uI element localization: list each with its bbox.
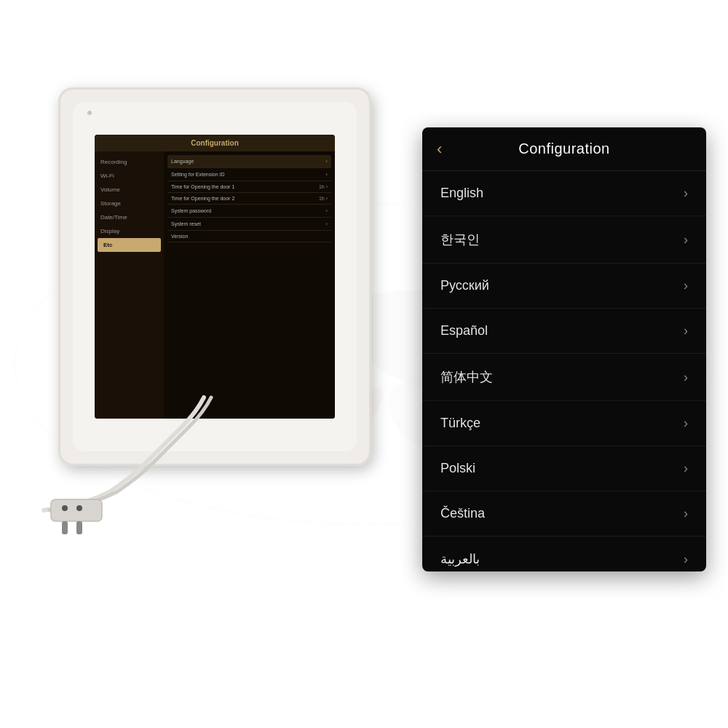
lang-name-spanish: Español (440, 323, 488, 339)
lang-item-russian[interactable]: Русский › (422, 264, 706, 309)
lang-item-english[interactable]: English › (422, 171, 706, 216)
svg-point-5 (76, 505, 82, 511)
sidebar-recording: Recording (95, 155, 164, 169)
chevron-turkish: › (684, 416, 688, 431)
lang-item-polish[interactable]: Polski › (422, 446, 706, 491)
device-container: Configuration Recording Wi-Fi Volume Sto… (22, 87, 400, 582)
sidebar-etc: Etc (98, 238, 161, 252)
config-panel: ‹ Configuration English › 한국인 › Русский … (422, 127, 706, 571)
lang-item-arabic[interactable]: بالعربية › (422, 537, 706, 571)
svg-rect-2 (62, 521, 68, 534)
sidebar-datetime: Date/Time (95, 210, 164, 224)
power-cable (36, 390, 255, 536)
back-button[interactable]: ‹ (437, 140, 442, 159)
screen-main: Language › Setting for Extension ID › Ti… (164, 151, 335, 419)
cable-container (36, 390, 255, 539)
chevron-russian: › (684, 278, 688, 293)
screen-item-password: System password › (167, 205, 331, 218)
screen-header: Configuration (95, 135, 335, 151)
chevron-spanish: › (684, 323, 688, 339)
lang-name-chinese: 简体中文 (440, 368, 493, 386)
chevron-english: › (684, 186, 688, 201)
lang-item-korean[interactable]: 한국인 › (422, 216, 706, 264)
sidebar-display: Display (95, 224, 164, 238)
chevron-chinese: › (684, 370, 688, 385)
svg-rect-3 (76, 521, 82, 534)
lang-name-turkish: Türkçe (440, 416, 480, 431)
lang-name-polish: Polski (440, 461, 475, 476)
svg-rect-1 (51, 499, 102, 521)
lang-item-czech[interactable]: Čeština › (422, 491, 706, 537)
lang-item-spanish[interactable]: Español › (422, 309, 706, 354)
screen-item-extension: Setting for Extension ID › (167, 168, 331, 181)
screen-item-reset: System reset › (167, 218, 331, 231)
lang-name-czech: Čeština (440, 506, 485, 521)
lang-name-russian: Русский (440, 278, 489, 293)
svg-point-4 (62, 505, 68, 511)
screen-item-door2: Time for Opening the door 2 1h › (167, 193, 331, 205)
language-list: English › 한국인 › Русский › Español › 简体中文… (422, 171, 706, 571)
lang-item-turkish[interactable]: Türkçe › (422, 401, 706, 446)
chevron-czech: › (684, 506, 688, 521)
chevron-polish: › (684, 461, 688, 476)
config-header: ‹ Configuration (422, 127, 706, 171)
lang-name-arabic: بالعربية (440, 551, 480, 567)
lang-item-chinese[interactable]: 简体中文 › (422, 354, 706, 401)
lang-name-english: English (440, 186, 483, 201)
sidebar-volume: Volume (95, 183, 164, 197)
screen-sidebar: Recording Wi-Fi Volume Storage Date/Time… (95, 151, 164, 419)
screen-content: Recording Wi-Fi Volume Storage Date/Time… (95, 151, 335, 419)
camera-dot (87, 111, 92, 115)
sidebar-wifi: Wi-Fi (95, 169, 164, 183)
tablet-screen: Configuration Recording Wi-Fi Volume Sto… (95, 135, 335, 419)
config-title: Configuration (518, 141, 609, 157)
screen-item-version: Version (167, 231, 331, 242)
chevron-arabic: › (684, 552, 688, 567)
chevron-korean: › (684, 232, 688, 248)
sidebar-storage: Storage (95, 197, 164, 210)
lang-name-korean: 한국인 (440, 231, 480, 248)
screen-item-door1: Time for Opening the door 1 1h › (167, 181, 331, 193)
screen-item-language: Language › (167, 155, 331, 168)
